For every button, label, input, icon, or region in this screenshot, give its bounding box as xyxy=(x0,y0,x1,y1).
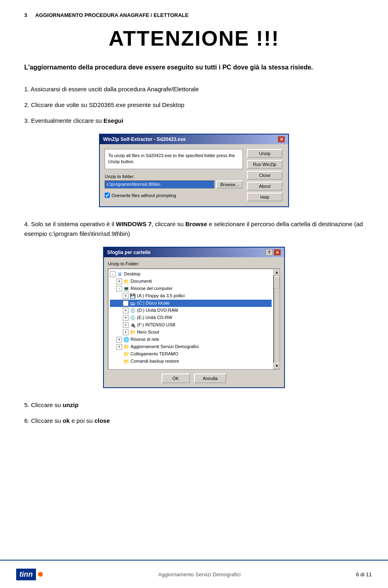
tree-expand-floppy[interactable]: + xyxy=(123,293,129,299)
winzip-folder-input[interactable]: c:\programmi\tinn\sd.98\bin xyxy=(105,181,215,189)
header-title: AGGIORNAMENTO PROCEDURA ANAGRAFE / ELETT… xyxy=(35,12,188,18)
winzip-left: To unzip all files in Sd20423.exe to the… xyxy=(105,149,243,202)
footer-logo-text: tinn xyxy=(16,569,36,580)
scrollbar-thumb[interactable] xyxy=(274,276,280,288)
tree-label-backup: Comandi backup restore xyxy=(131,358,179,364)
tree-item-floppy: + 💾 (A:) Floppy da 3,5 pollici xyxy=(110,292,272,300)
winzip-info-text: To unzip all files in Sd20423.exe to the… xyxy=(105,149,243,169)
tree-label-dvd: (D:) Unità DVD-RAM xyxy=(137,307,178,313)
tree-icon-desktop: 🖥 xyxy=(116,271,123,277)
tree-expand-rete[interactable]: + xyxy=(116,337,122,342)
tree-expand-disco[interactable]: - xyxy=(123,300,129,306)
attention-text: L'aggiornamento della procedura deve ess… xyxy=(24,63,364,72)
step-3: 3. Eventualmente cliccare su Esegui xyxy=(24,116,364,126)
step-4: 4. Solo se il sistema operativo è il WIN… xyxy=(24,219,364,239)
tree-icon-disco: 🖴 xyxy=(129,300,136,307)
step-3-text-before: Eventualmente cliccare su xyxy=(31,117,103,124)
tree-label-desktop: Desktop xyxy=(124,271,140,277)
tree-expand-cdrw[interactable]: + xyxy=(123,315,129,321)
tree-item-documenti: + 📁 Documenti xyxy=(110,278,272,285)
tree-item-teramo: 📁 Collegamento TERAMO xyxy=(110,351,272,358)
winzip-overwrite-checkbox[interactable] xyxy=(105,193,110,198)
tree-label-disco: (C:) Disco locale xyxy=(137,300,170,306)
tree-label-teramo: Collegamento TERAMO xyxy=(131,351,178,357)
winzip-close-button[interactable]: Close xyxy=(247,171,283,180)
footer-page-number: 6 di 11 xyxy=(356,571,372,578)
tree-icon-backup: 📁 xyxy=(123,358,129,365)
winzip-titlebar: WinZip Self-Extractor - Sd20423.exe ✕ xyxy=(100,134,288,144)
step-1: 1. Assicurarsi di essere usciti dalla pr… xyxy=(24,84,364,94)
step-3-bold: Esegui xyxy=(103,117,123,124)
winzip-browse-button[interactable]: Browse... xyxy=(216,181,243,189)
tree-item-desktop: - 🖥 Desktop xyxy=(110,271,272,278)
winzip-about-button[interactable]: About xyxy=(247,182,283,191)
scrollbar-down[interactable]: ▼ xyxy=(274,363,280,369)
tree-label-aggiornamenti: Aggiornamenti Servizi Demografici xyxy=(131,344,199,350)
sfoglia-close-btn[interactable]: ✕ xyxy=(274,249,281,256)
tree-label-nero: Nero Scout xyxy=(137,329,159,335)
scrollbar-up[interactable]: ▲ xyxy=(274,269,280,275)
tree-item-risorse: - 💻 Risorse del computer xyxy=(110,285,272,292)
step-6-num: 6. xyxy=(24,417,31,424)
tree-expand-desktop[interactable]: - xyxy=(110,271,116,277)
tree-expand-nero[interactable]: + xyxy=(123,330,129,335)
tree-icon-aggiornamenti: 📁 xyxy=(123,344,129,350)
winzip-run-winzip-button[interactable]: Run WinZip xyxy=(247,160,283,169)
step-5-text-before: Cliccare su xyxy=(31,401,63,408)
step-5-num: 5. xyxy=(24,401,31,408)
step-4-text-before: Solo se il sistema operativo è il xyxy=(31,220,116,227)
sfoglia-tree[interactable]: - 🖥 Desktop + 📁 Documenti - xyxy=(108,269,274,370)
tree-label-cdrw: (E:) Unità CD-RW xyxy=(137,315,172,321)
step-4-bold2: Browse xyxy=(186,220,207,227)
sfoglia-tree-wrapper: - 🖥 Desktop + 📁 Documenti - xyxy=(108,269,280,370)
winzip-unzip-button[interactable]: Unzip xyxy=(247,149,283,158)
sfoglia-body: Unzip to Folder: - 🖥 Desktop + 📁 xyxy=(104,257,284,387)
step-3-num: 3. xyxy=(24,117,31,124)
step-2-text: Cliccare due volte su SD20365.exe presen… xyxy=(31,101,184,108)
winzip-unzip-label: Unzip to folder: xyxy=(105,174,243,179)
winzip-input-row: c:\programmi\tinn\sd.98\bin Browse... xyxy=(105,181,243,189)
tree-icon-rete: 🌐 xyxy=(123,336,129,343)
tree-expand-dvd[interactable]: + xyxy=(123,308,129,313)
step-2: 2. Cliccare due volte su SD20365.exe pre… xyxy=(24,100,364,110)
tree-icon-floppy: 💾 xyxy=(129,293,136,299)
footer-center-text: Aggiornamento Servizi Demografici xyxy=(158,571,241,578)
tree-label-floppy: (A:) Floppy da 3,5 pollici xyxy=(137,293,185,299)
tree-label-documenti: Documenti xyxy=(131,278,152,284)
sfoglia-annulla-button[interactable]: Annulla xyxy=(194,374,227,383)
winzip-right: Unzip Run WinZip Close About Help xyxy=(247,149,283,202)
winzip-titlebar-text: WinZip Self-Extractor - Sd20423.exe xyxy=(103,136,186,142)
step-2-num: 2. xyxy=(24,101,31,108)
winzip-dialog-container: WinZip Self-Extractor - Sd20423.exe ✕ To… xyxy=(24,134,364,207)
winzip-dialog: WinZip Self-Extractor - Sd20423.exe ✕ To… xyxy=(99,134,289,207)
winzip-close-btn[interactable]: ✕ xyxy=(278,136,285,143)
step-5-bold: unzip xyxy=(63,401,78,408)
tree-icon-cdrw: 💿 xyxy=(129,315,136,321)
sfoglia-titlebar: Sfoglia per cartelle ? ✕ xyxy=(104,248,284,257)
tree-expand-usb[interactable]: + xyxy=(123,322,129,328)
tree-icon-usb: 🔌 xyxy=(129,322,136,328)
sfoglia-dialog-container: Sfoglia per cartelle ? ✕ Unzip to Folder… xyxy=(24,247,364,388)
footer-logo: tinn xyxy=(16,569,43,580)
step-6-text-before: Cliccare su xyxy=(31,417,63,424)
tree-item-disco-locale[interactable]: - 🖴 (C:) Disco locale xyxy=(110,300,272,307)
step-4-num: 4. xyxy=(24,220,31,227)
step-1-num: 1. xyxy=(24,86,31,92)
sfoglia-titlebar-btns: ? ✕ xyxy=(266,249,281,256)
step-4-bold1: WINDOWS 7 xyxy=(116,220,152,227)
tree-expand-risorse[interactable]: - xyxy=(116,286,122,292)
winzip-checkbox-row: Overwrite files without prompting xyxy=(105,193,243,198)
winzip-title: WinZip Self-Extractor - Sd20423.exe xyxy=(103,136,186,142)
tree-label-rete: Risorse di rete xyxy=(131,336,159,342)
winzip-checkbox-label: Overwrite files without prompting xyxy=(112,193,176,198)
step-6: 6. Cliccare su ok e poi su close xyxy=(24,416,364,426)
tree-label-usb: (F:) INTENSO USB xyxy=(137,322,175,328)
sfoglia-help-btn[interactable]: ? xyxy=(266,249,273,256)
sfoglia-ok-button[interactable]: OK xyxy=(162,374,190,383)
winzip-help-button[interactable]: Help xyxy=(247,193,283,202)
tree-item-cdrw: + 💿 (E:) Unità CD-RW xyxy=(110,314,272,321)
tree-expand-documenti[interactable]: + xyxy=(116,279,122,284)
sfoglia-scrollbar[interactable]: ▲ ▼ xyxy=(274,269,280,370)
tree-expand-aggiornamenti[interactable]: + xyxy=(116,344,122,350)
sfoglia-dialog: Sfoglia per cartelle ? ✕ Unzip to Folder… xyxy=(103,247,285,388)
